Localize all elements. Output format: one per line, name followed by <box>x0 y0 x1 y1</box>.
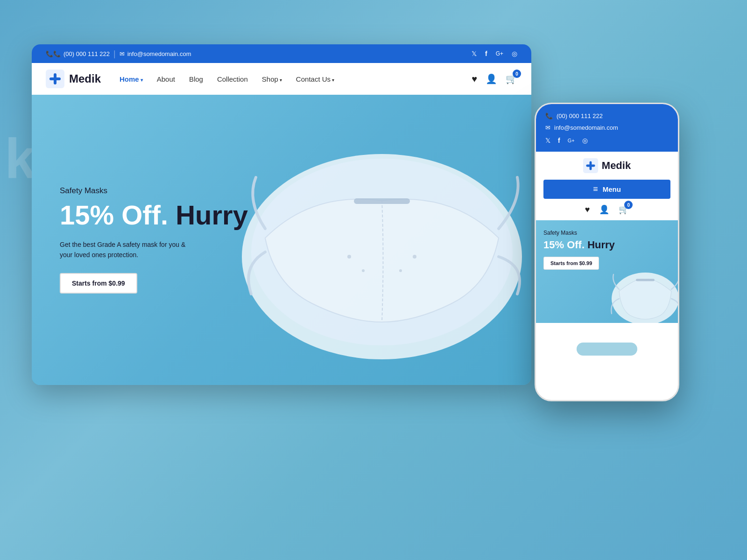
nav-right-icons: ♥ 👤 🛒 0 <box>472 73 517 84</box>
svg-point-9 <box>413 255 416 259</box>
svg-rect-14 <box>636 279 655 281</box>
hero-title-hurry: Hurry <box>176 200 248 230</box>
mobile-wishlist-icon[interactable]: ♥ <box>585 205 590 215</box>
logo[interactable]: Medik <box>46 70 101 88</box>
mobile-user-icon[interactable]: 👤 <box>599 204 609 215</box>
mobile-twitter-icon[interactable]: 𝕏 <box>545 137 550 144</box>
hero-title-discount: 15% Off. <box>60 200 168 230</box>
nav-link-home[interactable]: Home▾ <box>120 75 143 83</box>
nav-home-label: Home <box>120 75 139 83</box>
twitter-icon[interactable]: 𝕏 <box>472 50 477 57</box>
mobile-logo-text: Medik <box>602 160 631 172</box>
mobile-social-row: 𝕏 f G+ ◎ <box>545 137 669 144</box>
mobile-hero-cta-button[interactable]: Starts from $0.99 <box>543 257 599 270</box>
hero-content: Safety Masks 15% Off. Hurry Get the best… <box>60 186 248 294</box>
mobile-hero-subtitle: Safety Masks <box>543 230 670 236</box>
topbar-left: 📞 (00) 000 111 222 | ✉ info@somedomain.c… <box>46 49 466 59</box>
svg-point-6 <box>347 255 351 259</box>
mobile-instagram-icon[interactable]: ◎ <box>582 137 588 144</box>
nav-link-about[interactable]: About <box>157 75 175 83</box>
mobile-email-row: ✉ info@somedomain.com <box>545 124 669 131</box>
mobile-hero-hurry: Hurry <box>587 239 615 251</box>
nav-collection-label: Collection <box>217 75 248 83</box>
cart-badge: 0 <box>513 70 521 78</box>
mobile-topbar: 📞 (00) 000 111 222 ✉ info@somedomain.com… <box>536 104 678 152</box>
hero-mask-image <box>218 96 531 385</box>
cart-icon[interactable]: 🛒 0 <box>506 73 517 84</box>
mobile-nav-icons: ♥ 👤 🛒 0 <box>536 199 678 220</box>
mobile-mockup: 📞 (00) 000 111 222 ✉ info@somedomain.com… <box>535 103 679 401</box>
facebook-icon[interactable]: f <box>485 50 487 57</box>
mobile-mask-image <box>608 258 678 323</box>
hamburger-icon: ≡ <box>593 184 598 194</box>
hero-section: Safety Masks 15% Off. Hurry Get the best… <box>32 95 531 385</box>
mobile-menu-label: Menu <box>603 185 621 193</box>
mobile-phone-number: (00) 000 111 222 <box>557 112 603 119</box>
topbar-social-links: 𝕏 f G+ ◎ <box>472 50 517 57</box>
nav-home-arrow: ▾ <box>141 77 143 83</box>
phone-icon: 📞 <box>46 50 61 57</box>
nav-blog-label: Blog <box>189 75 203 83</box>
nav-about-label: About <box>157 75 175 83</box>
mobile-phone-icon: 📞 <box>545 112 553 119</box>
mobile-menu-button[interactable]: ≡ Menu <box>543 180 670 199</box>
mobile-logo[interactable]: Medik <box>583 158 631 173</box>
mobile-cart-icon[interactable]: 🛒 0 <box>619 204 629 215</box>
topbar-phone: 📞 (00) 000 111 222 <box>46 50 110 57</box>
mobile-navbar: Medik <box>536 152 678 180</box>
nav-contact-label: Contact Us <box>296 75 331 83</box>
topbar-email: ✉ info@somedomain.com <box>120 50 191 57</box>
nav-shop-label: Shop <box>262 75 278 83</box>
topbar: 📞 (00) 000 111 222 | ✉ info@somedomain.c… <box>32 44 531 63</box>
topbar-divider: | <box>113 49 116 59</box>
mobile-email-icon: ✉ <box>545 124 550 131</box>
svg-rect-2 <box>49 77 61 80</box>
mobile-facebook-icon[interactable]: f <box>558 137 560 144</box>
nav-contact-arrow: ▾ <box>332 77 334 83</box>
mobile-hero-title: 15% Off. Hurry <box>543 239 670 251</box>
nav-shop-arrow: ▾ <box>280 77 282 83</box>
googleplus-icon[interactable]: G+ <box>496 50 503 57</box>
logo-icon <box>46 70 64 88</box>
mobile-phone-row: 📞 (00) 000 111 222 <box>545 112 669 119</box>
mobile-googleplus-icon[interactable]: G+ <box>568 138 575 143</box>
instagram-icon[interactable]: ◎ <box>512 50 517 57</box>
nav-link-blog[interactable]: Blog <box>189 75 203 83</box>
mobile-bottom-area <box>536 323 678 360</box>
mobile-hero-section: Safety Masks 15% Off. Hurry Starts from … <box>536 220 678 323</box>
wishlist-icon[interactable]: ♥ <box>472 74 477 84</box>
svg-point-8 <box>399 269 402 272</box>
email-icon: ✉ <box>120 50 125 57</box>
hero-subtitle: Safety Masks <box>60 186 248 196</box>
mobile-hero-discount: 15% Off. <box>543 239 585 251</box>
mobile-email-address: info@somedomain.com <box>554 124 618 131</box>
svg-point-7 <box>362 269 365 272</box>
user-account-icon[interactable]: 👤 <box>486 73 497 84</box>
mobile-logo-icon <box>583 158 598 173</box>
desktop-mockup: 📞 (00) 000 111 222 | ✉ info@somedomain.c… <box>32 44 531 385</box>
nav-links: Home▾ About Blog Collection Shop▾ Contac… <box>120 75 472 83</box>
nav-link-collection[interactable]: Collection <box>217 75 248 83</box>
hero-description: Get the best Grade A safety mask for you… <box>60 239 209 260</box>
svg-rect-12 <box>586 165 595 167</box>
mobile-bottom-bar <box>577 343 637 356</box>
topbar-phone-number: (00) 000 111 222 <box>63 50 110 57</box>
nav-link-contact[interactable]: Contact Us▾ <box>296 75 334 83</box>
topbar-email-address: info@somedomain.com <box>127 50 191 57</box>
mobile-cart-badge: 0 <box>624 201 633 209</box>
hero-cta-button[interactable]: Starts from $0.99 <box>60 273 137 294</box>
navbar: Medik Home▾ About Blog Collection Shop▾ … <box>32 63 531 95</box>
hero-title: 15% Off. Hurry <box>60 200 248 230</box>
nav-link-shop[interactable]: Shop▾ <box>262 75 282 83</box>
logo-text: Medik <box>69 72 101 85</box>
